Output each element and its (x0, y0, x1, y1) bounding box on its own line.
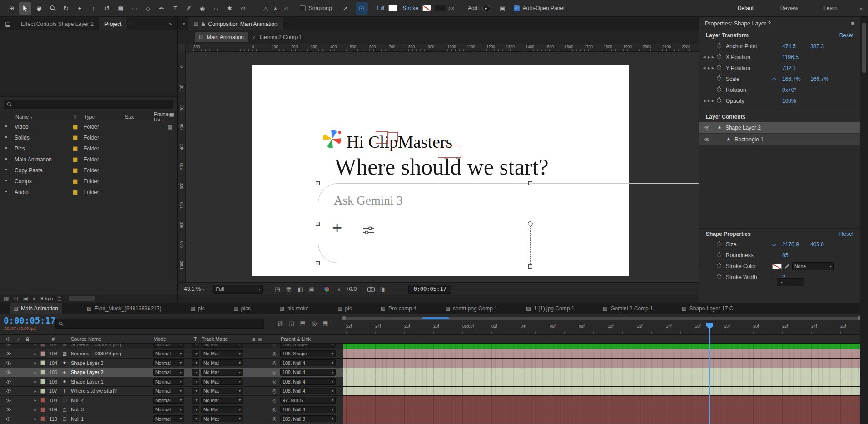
parent-pickwhip-icon[interactable] (270, 407, 279, 413)
label-color-chip[interactable] (40, 360, 45, 365)
column-number[interactable]: # (46, 336, 60, 342)
keyframe-nav-icons[interactable] (703, 66, 717, 70)
size-height-value[interactable]: 405.8 (810, 241, 838, 248)
folder-name[interactable]: Comps (11, 178, 69, 185)
label-color-chip[interactable] (40, 344, 45, 347)
shape-reset-button[interactable]: Reset (839, 231, 853, 237)
show-snapshot-icon[interactable]: ◨ (379, 286, 385, 293)
parent-link-dropdown[interactable]: 108. Null 4 (280, 378, 336, 385)
label-color-chip[interactable] (40, 407, 45, 412)
layer-name[interactable]: Shape Layer 3 (69, 360, 152, 366)
layer-track-bar[interactable] (343, 387, 868, 396)
project-folder-row[interactable]: Main Animation Folder (0, 154, 177, 165)
zoom-level-dropdown[interactable]: 43.1 % (184, 286, 204, 292)
mask-visibility-icon[interactable]: ◧ (298, 286, 303, 293)
property-value[interactable]: 1196.5 (782, 54, 810, 60)
property-value[interactable]: 0x+0° (782, 87, 810, 93)
mask-feather-tool[interactable]: ▦ (114, 2, 127, 15)
project-folder-row[interactable]: Copy Pasta Folder (0, 165, 177, 176)
shape-handle[interactable] (528, 264, 532, 269)
comp-panel-options-icon[interactable] (286, 20, 289, 27)
stroke-color-swatch[interactable] (422, 5, 431, 11)
timeline-tab[interactable]: Shape Layer 17 C (679, 303, 737, 314)
parent-link-dropdown[interactable]: 97. Null 5 (280, 397, 336, 404)
preserve-transparency-dropdown[interactable] (192, 397, 199, 404)
column-frame-rate[interactable]: Frame Ra...▦ (151, 111, 177, 122)
current-timecode[interactable]: 0:00:05:17 (4, 315, 55, 325)
content-item-label[interactable]: Rectangle 1 (734, 136, 764, 143)
layer-row[interactable]: 104 ★ Shape Layer 3 Normal No Mat 108. N… (0, 359, 868, 368)
composition-viewport[interactable]: Hi ClipMasters Where should we start? As… (178, 52, 699, 282)
expand-caret-icon[interactable] (32, 360, 39, 365)
stopwatch-icon[interactable] (717, 274, 726, 280)
eyedropper-icon[interactable] (784, 264, 789, 269)
column-mode[interactable]: Mode (152, 336, 185, 342)
blend-mode-dropdown[interactable]: Normal (153, 415, 184, 422)
roundness-value[interactable]: 85 (782, 252, 810, 259)
label-color-chip[interactable] (73, 168, 78, 173)
timeline-tab[interactable]: pic (187, 303, 208, 314)
keyframe-nav-icons[interactable] (703, 55, 717, 59)
workspace-tab[interactable]: Learn (823, 5, 838, 11)
parent-link-dropdown[interactable]: 108. Null 4 (280, 369, 336, 376)
expand-caret-icon[interactable] (32, 370, 39, 375)
transform-reset-button[interactable]: Reset (839, 32, 853, 39)
layer-track-bar[interactable] (343, 405, 868, 414)
dolly-camera-tool[interactable]: ↕ (87, 2, 99, 15)
panel-options-icon[interactable] (129, 20, 133, 27)
layer-name[interactable]: Where s..d we start? (69, 388, 152, 394)
stopwatch-icon[interactable] (717, 98, 726, 104)
column-t[interactable]: T (191, 336, 200, 342)
layer-name[interactable]: Shape Layer 2 (69, 369, 152, 375)
blend-mode-dropdown[interactable]: Normal (153, 359, 184, 366)
parent-link-dropdown[interactable]: 108. Null 4 (280, 388, 336, 394)
track-matte-dropdown[interactable]: No Mat (201, 344, 243, 348)
blend-mode-dropdown[interactable]: Normal (153, 406, 184, 413)
stroke-width-field[interactable]: — (435, 5, 446, 11)
insert-panel-icon[interactable]: ▣ (496, 2, 509, 15)
label-color-chip[interactable] (73, 190, 78, 195)
property-value[interactable]: 474.5 (782, 43, 810, 50)
timeline-tab[interactable]: Gemini 2 Comp 1 (600, 303, 656, 314)
parent-pickwhip-icon[interactable] (270, 388, 279, 394)
eye-icon[interactable] (5, 417, 11, 421)
timeline-tab[interactable]: pics (230, 303, 254, 314)
clone-stamp-tool[interactable]: ◉ (196, 2, 208, 15)
breadcrumb-current[interactable]: Main Animation (195, 32, 248, 42)
audio-column-icon[interactable]: ♪ (14, 336, 23, 342)
fill-color-swatch[interactable] (388, 5, 397, 11)
color-depth-button[interactable]: 8 bpc (40, 296, 53, 301)
tab-project[interactable]: Project (99, 17, 127, 30)
playhead-line[interactable] (709, 323, 710, 424)
property-value[interactable]: 387.3 (810, 43, 838, 50)
tracker-icon-2[interactable]: ▲ (273, 5, 278, 12)
layer-track-bar[interactable] (343, 349, 868, 359)
puppet-pin-tool[interactable]: ⊙ (237, 2, 249, 15)
timeline-tab[interactable]: Main Animation (10, 303, 62, 314)
column-parent-link[interactable]: Parent & Link (279, 336, 337, 342)
timeline-search-input[interactable] (55, 319, 264, 329)
parent-link-dropdown[interactable]: 109. Null 3 (280, 415, 336, 422)
flowchart-icon[interactable]: ▦ (169, 111, 174, 122)
project-folder-row[interactable]: Comps Folder (0, 176, 177, 187)
transparency-grid-icon[interactable]: ▦ (286, 286, 292, 293)
comp-mini-flow-icon[interactable]: ▧ (277, 320, 283, 327)
layer-name[interactable]: Null 3 (69, 407, 152, 412)
label-color-chip[interactable] (73, 146, 78, 151)
pen-tool[interactable]: ✒ (155, 2, 168, 15)
stopwatch-icon[interactable] (717, 252, 726, 259)
layer-name[interactable]: Null 4 (69, 398, 152, 403)
track-matte-dropdown[interactable]: No Mat (201, 359, 243, 366)
project-folder-row[interactable]: Pics Folder (0, 143, 177, 154)
shape-handle[interactable] (316, 222, 320, 226)
folder-name[interactable]: Main Animation (11, 156, 69, 163)
property-value[interactable]: 166.7% (810, 76, 838, 82)
parent-link-dropdown[interactable]: 106. Shape (280, 344, 336, 348)
properties-menu-icon[interactable] (851, 20, 854, 27)
roto-brush-tool[interactable]: ✱ (223, 2, 236, 15)
preserve-transparency-dropdown[interactable] (192, 378, 199, 385)
layer-track-bar[interactable] (343, 344, 868, 349)
stopwatch-icon[interactable] (717, 87, 726, 93)
tracker-icon-1[interactable]: △ (263, 5, 268, 12)
expand-caret-icon[interactable] (32, 407, 39, 412)
